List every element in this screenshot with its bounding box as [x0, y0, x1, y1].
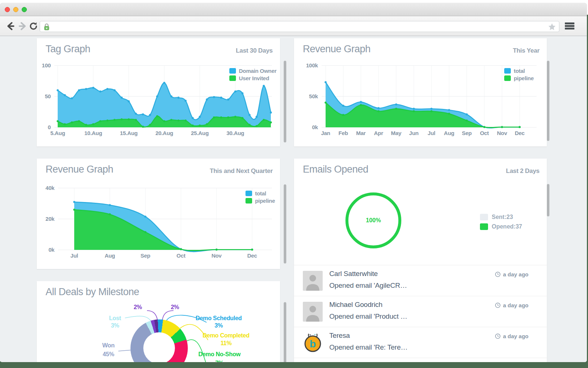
company-logo-icon: b: [303, 333, 323, 353]
avatar: [303, 271, 323, 291]
email-action: Opened email 'Re: Tere…: [329, 343, 408, 351]
browser-toolbar: [0, 16, 587, 36]
svg-text:Jun: Jun: [409, 130, 419, 136]
lock-icon: [43, 23, 50, 32]
svg-text:0: 0: [48, 124, 51, 130]
legend-label: pipeline: [255, 198, 275, 204]
svg-text:Jul: Jul: [71, 252, 78, 259]
svg-text:May: May: [391, 130, 402, 136]
contact-name: Michael Goodrich: [329, 301, 383, 309]
svg-text:100: 100: [42, 62, 51, 68]
panel-revenue-quarter: Revenue Graph This and Next Quarter 0k20…: [37, 159, 280, 269]
scrollbar-thumb[interactable]: [547, 61, 549, 141]
page-title: Emails Opened: [303, 164, 368, 175]
contact-name: Carl Satterwhite: [329, 270, 378, 278]
slice-value: 3%: [215, 322, 223, 329]
reload-button[interactable]: [29, 21, 38, 31]
scrollbar-thumb[interactable]: [547, 184, 549, 216]
svg-text:Mar: Mar: [356, 130, 366, 136]
email-activity-list: Carl Satterwhite Opened email 'AgileCR… …: [294, 265, 547, 358]
zoom-button[interactable]: [22, 7, 27, 12]
forward-button[interactable]: [18, 21, 27, 31]
slice-label: Demo No-Show: [198, 351, 241, 358]
svg-text:100k: 100k: [306, 62, 318, 68]
svg-text:Oct: Oct: [176, 252, 185, 259]
close-button[interactable]: [5, 7, 10, 12]
svg-text:5.Aug: 5.Aug: [50, 130, 65, 136]
reload-icon: [29, 21, 38, 31]
svg-text:Dec: Dec: [247, 252, 257, 259]
browser-window: Tag Graph Last 30 Days 0501005.Aug10.Aug…: [0, 3, 587, 362]
legend-label: total: [514, 68, 525, 74]
svg-text:15.Aug: 15.Aug: [120, 130, 137, 136]
svg-text:Sep: Sep: [462, 130, 472, 136]
timestamp: a day ago: [495, 333, 528, 339]
chart-legend: total pipeline: [504, 67, 534, 82]
svg-text:0k: 0k: [312, 124, 318, 130]
email-action: Opened email 'Product …: [329, 312, 407, 321]
revenue-year-chart: 0k50k100kJanFebMarAprMayJunJulAugSepOctN…: [294, 38, 547, 146]
tag-graph-chart: 0501005.Aug10.Aug15.Aug20.Aug25.Aug30.Au…: [37, 38, 280, 146]
avatar: b: [303, 333, 323, 353]
legend-swatch-green: [245, 198, 252, 204]
donut-hole: [143, 332, 175, 362]
svg-text:25.Aug: 25.Aug: [191, 130, 209, 136]
svg-text:Aug: Aug: [105, 252, 115, 259]
svg-text:Dec: Dec: [515, 130, 525, 136]
legend-label: User Invited: [239, 75, 269, 81]
svg-text:Nov: Nov: [497, 130, 507, 136]
svg-text:Feb: Feb: [338, 130, 348, 136]
slice-label: 2%: [171, 304, 179, 311]
svg-text:Jul: Jul: [428, 130, 435, 136]
legend-label: pipeline: [514, 75, 534, 81]
minimize-button[interactable]: [13, 7, 18, 12]
svg-text:b: b: [309, 338, 316, 350]
svg-text:Oct: Oct: [480, 130, 489, 136]
svg-text:50: 50: [45, 93, 51, 99]
menu-icon[interactable]: [565, 22, 574, 30]
legend-swatch-sent: [480, 214, 488, 220]
legend-swatch-blue: [504, 68, 511, 74]
legend-swatch-blue: [229, 68, 236, 74]
legend-label-opened: Opened:37: [492, 223, 522, 230]
back-button[interactable]: [6, 21, 15, 31]
contact-name: Teresa: [329, 332, 350, 340]
slice-value: 45%: [103, 351, 114, 358]
window-titlebar: [0, 3, 587, 16]
svg-text:Nov: Nov: [211, 252, 222, 259]
legend-swatch-blue: [245, 191, 252, 196]
list-item[interactable]: Carl Satterwhite Opened email 'AgileCR… …: [294, 265, 547, 296]
svg-text:0k: 0k: [49, 247, 55, 253]
panel-revenue-year: Revenue Graph This Year 0k50k100kJanFebM…: [294, 38, 547, 146]
clock-icon: [495, 272, 501, 277]
list-item[interactable]: Michael Goodrich Opened email 'Product ……: [294, 296, 547, 327]
panel-tag-graph: Tag Graph Last 30 Days 0501005.Aug10.Aug…: [37, 38, 280, 146]
timestamp: a day ago: [495, 271, 528, 277]
svg-text:40k: 40k: [46, 185, 55, 191]
clock-icon: [495, 333, 501, 339]
slice-label: Won: [102, 342, 114, 349]
panel-emails-opened: Emails Opened Last 2 Days 100% Sent:23 O…: [294, 159, 547, 362]
slice-value: 11%: [220, 340, 232, 347]
url-input[interactable]: [53, 22, 545, 31]
bookmark-star-icon[interactable]: [548, 23, 556, 31]
email-action: Opened email 'AgileCR…: [329, 282, 407, 290]
slice-value: 3%: [111, 322, 119, 329]
list-item[interactable]: b Teresa Opened email 'Re: Tere… a day a…: [294, 327, 547, 358]
svg-text:20.Aug: 20.Aug: [155, 130, 173, 136]
revenue-quarter-chart: 0k20k40kJulAugSepOctNovDec: [37, 159, 280, 269]
svg-text:Jan: Jan: [321, 130, 330, 136]
scrollbar-thumb[interactable]: [284, 61, 286, 142]
donut-center-label: 100%: [366, 217, 381, 224]
svg-text:20k: 20k: [46, 216, 55, 222]
slice-label: Demo Completed: [202, 332, 249, 339]
divider: [294, 358, 547, 358]
svg-text:30.Aug: 30.Aug: [226, 130, 244, 136]
dashboard-page: Tag Graph Last 30 Days 0501005.Aug10.Aug…: [0, 36, 587, 362]
scrollbar-thumb[interactable]: [284, 302, 286, 362]
chart-legend: total pipeline: [245, 190, 275, 204]
scrollbar-thumb[interactable]: [284, 184, 286, 263]
chart-legend: Domain Owner User Invited: [229, 67, 276, 82]
slice-label: Lost: [109, 315, 121, 322]
desktop-background: [0, 361, 588, 368]
